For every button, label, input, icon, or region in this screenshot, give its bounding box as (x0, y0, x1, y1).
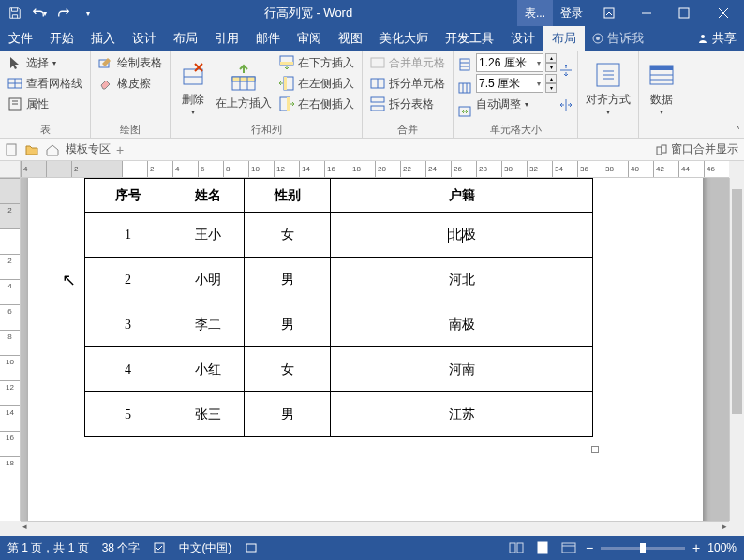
zoom-level[interactable]: 100% (707, 541, 737, 554)
header-cell[interactable]: 户籍 (331, 179, 593, 213)
web-layout-button[interactable] (559, 539, 578, 556)
word-count[interactable]: 38 个字 (102, 540, 141, 556)
table-cell[interactable]: 2 (85, 258, 171, 302)
table-cell[interactable]: 河南 (331, 347, 593, 392)
table-cell[interactable]: 江苏 (331, 392, 593, 437)
page-status[interactable]: 第 1 页，共 1 页 (7, 540, 89, 556)
distribute-cols-button[interactable] (558, 97, 573, 112)
distribute-rows-icon[interactable] (457, 57, 472, 72)
menu-美化大师[interactable]: 美化大师 (371, 26, 437, 51)
header-cell[interactable]: 序号 (85, 179, 171, 213)
spellcheck-icon[interactable] (153, 541, 166, 554)
open-folder-icon[interactable] (24, 142, 39, 157)
table-cell[interactable]: 3 (85, 302, 171, 347)
distribute-rows-button[interactable] (558, 63, 573, 78)
add-tab-button[interactable]: + (116, 142, 124, 157)
table-row[interactable]: 5张三男江苏 (85, 392, 593, 437)
split-table-button[interactable]: 拆分表格 (366, 94, 449, 114)
new-doc-icon[interactable] (4, 142, 19, 157)
data-button[interactable]: 数据▾ (643, 52, 680, 123)
template-link[interactable]: 模板专区 (66, 141, 111, 157)
tell-me[interactable]: 告诉我 (585, 26, 651, 51)
table-cell[interactable]: 男 (245, 392, 331, 437)
insert-below-button[interactable]: 在下方插入 (275, 52, 358, 73)
table-cell[interactable]: 北极 (331, 213, 593, 258)
alignment-button[interactable]: 对齐方式▾ (582, 52, 634, 123)
insert-right-button[interactable]: 在右侧插入 (275, 94, 358, 114)
eraser-button[interactable]: 橡皮擦 (95, 73, 166, 94)
zoom-in-button[interactable]: + (692, 540, 700, 555)
menu-文件[interactable]: 文件 (0, 26, 41, 51)
header-cell[interactable]: 姓名 (171, 179, 245, 213)
undo-button[interactable]: ▾ (28, 2, 51, 24)
select-button[interactable]: 选择 ▾ (4, 52, 86, 73)
autofit-button[interactable]: 自动调整 ▾ (476, 94, 557, 114)
table-cell[interactable]: 女 (245, 213, 331, 258)
maximize-button[interactable] (665, 0, 703, 26)
home-icon[interactable] (45, 142, 60, 157)
redo-button[interactable] (52, 2, 75, 24)
table-cell[interactable]: 小红 (171, 347, 245, 392)
split-cells-button[interactable]: 拆分单元格 (366, 73, 449, 94)
table-cell[interactable]: 张三 (171, 392, 245, 437)
horizontal-ruler[interactable]: 4224681012141618202224262830323436384042… (21, 161, 729, 178)
table-cell[interactable]: 王小 (171, 213, 245, 258)
col-width-input[interactable]: 7.5 厘米▴▾ (476, 73, 557, 94)
table-cell[interactable]: 男 (245, 302, 331, 347)
save-button[interactable] (4, 2, 26, 24)
horizontal-scrollbar[interactable] (21, 521, 729, 536)
distribute-cols-icon[interactable] (457, 81, 472, 96)
table-cell[interactable]: 河北 (331, 258, 593, 302)
share-button[interactable]: 共享 (690, 26, 744, 51)
insert-above-button[interactable]: 在上方插入 (212, 52, 275, 123)
table-row[interactable]: 3李二男南极 (85, 302, 593, 347)
menu-设计[interactable]: 设计 (124, 26, 165, 51)
menu-邮件[interactable]: 邮件 (247, 26, 289, 51)
autofit-icon[interactable] (457, 104, 472, 119)
menu-布局[interactable]: 布局 (543, 26, 585, 51)
menu-开始[interactable]: 开始 (41, 26, 82, 51)
table-cell[interactable]: 李二 (171, 302, 245, 347)
zoom-out-button[interactable]: − (586, 540, 593, 555)
ribbon-options-button[interactable] (590, 0, 628, 26)
table-row[interactable]: 4小红女河南 (85, 347, 593, 392)
table-cell[interactable]: 男 (245, 258, 331, 302)
page[interactable]: 序号姓名性别户籍1王小女北极2小明男河北3李二男南极4小红女河南5张三男江苏 ↖ (28, 178, 703, 521)
merge-window-label[interactable]: 窗口合并显示 (671, 141, 738, 157)
table-row[interactable]: 1王小女北极 (85, 213, 593, 258)
menu-设计[interactable]: 设计 (502, 26, 543, 51)
document-table[interactable]: 序号姓名性别户籍1王小女北极2小明男河北3李二男南极4小红女河南5张三男江苏 (84, 178, 593, 437)
view-gridlines-button[interactable]: 查看网格线 (4, 73, 86, 94)
table-cell[interactable]: 5 (85, 392, 171, 437)
menu-视图[interactable]: 视图 (330, 26, 371, 51)
ribbon-collapse-icon[interactable]: ˄ (736, 125, 740, 136)
header-cell[interactable]: 性别 (245, 179, 331, 213)
login-button[interactable]: 登录 (553, 6, 590, 22)
table-header-row[interactable]: 序号姓名性别户籍 (85, 179, 593, 213)
menu-审阅[interactable]: 审阅 (289, 26, 330, 51)
table-cell[interactable]: 南极 (331, 302, 593, 347)
vertical-scrollbar[interactable] (729, 178, 744, 521)
menu-开发工具[interactable]: 开发工具 (437, 26, 502, 51)
table-cell[interactable]: 1 (85, 213, 171, 258)
vertical-ruler[interactable]: 224681012141618 (0, 178, 21, 521)
macro-icon[interactable] (245, 541, 258, 554)
table-cell[interactable]: 小明 (171, 258, 245, 302)
minimize-button[interactable] (628, 0, 665, 26)
print-layout-button[interactable] (533, 539, 552, 556)
row-height-input[interactable]: 1.26 厘米▴▾ (476, 52, 557, 73)
table-cell[interactable]: 女 (245, 347, 331, 392)
table-cell[interactable]: 4 (85, 347, 171, 392)
table-resize-handle[interactable] (591, 446, 599, 453)
read-mode-button[interactable] (507, 539, 526, 556)
delete-button[interactable]: 删除▾ (174, 52, 212, 123)
draw-table-button[interactable]: 绘制表格 (95, 52, 166, 73)
insert-left-button[interactable]: 在左侧插入 (275, 73, 358, 94)
zoom-slider[interactable] (601, 547, 685, 550)
properties-button[interactable]: 属性 (4, 94, 86, 114)
menu-布局[interactable]: 布局 (165, 26, 206, 51)
menu-引用[interactable]: 引用 (206, 26, 247, 51)
language-status[interactable]: 中文(中国) (179, 540, 231, 556)
qat-customize[interactable]: ▾ (77, 2, 99, 24)
close-button[interactable] (703, 0, 744, 26)
